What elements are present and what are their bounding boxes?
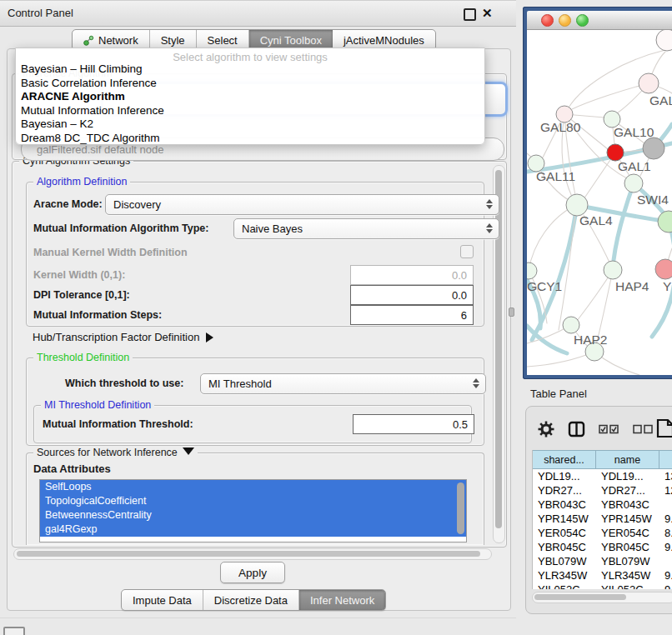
kernel-width-input[interactable]: 0.0 <box>350 265 474 285</box>
tab-infer-network[interactable]: Infer Network <box>299 590 385 610</box>
cyni-algorithm-settings-group: Cyni Algorithm Settings Algorithm Defini… <box>12 161 507 548</box>
algorithm-option[interactable]: Dream8 DC_TDC Algorithm <box>21 132 160 144</box>
zoom-traffic-light-icon[interactable] <box>576 14 589 27</box>
algorithm-option[interactable]: Bayesian – K2 <box>21 118 93 130</box>
table-panel: shared...nameA YDL19...YDL19...13YDR27..… <box>525 406 672 614</box>
table-cell: 12 <box>659 483 672 498</box>
column-header-shared[interactable]: shared... <box>533 450 596 469</box>
mi-threshold-value: 0.5 <box>453 418 468 431</box>
table-cell: YBR043C <box>596 498 659 512</box>
node-label-hap4: HAP4 <box>615 279 649 293</box>
table-cell: YDL19... <box>533 469 596 483</box>
apply-button[interactable]: Apply <box>220 562 285 583</box>
aracne-mode-label: Aracne Mode: <box>33 198 103 210</box>
close-traffic-light-icon[interactable] <box>541 14 554 27</box>
table-cell: YBL079W <box>596 554 659 568</box>
table-row[interactable]: YDR27...YDR27...12 <box>533 483 672 498</box>
select-all-checkboxes-icon[interactable] <box>599 424 619 437</box>
table-cell: YPR145W <box>533 512 596 526</box>
manual-kernel-checkbox[interactable] <box>460 245 474 258</box>
tab-impute-data[interactable]: Impute Data <box>122 590 203 610</box>
stepper-icon <box>472 378 479 389</box>
data-attributes-list[interactable]: SelfLoopsTopologicalCoefficientBetweenne… <box>39 479 467 542</box>
close-icon[interactable]: ✕ <box>482 6 493 21</box>
manual-kernel-label: Manual Kernel Width Definition <box>33 247 188 258</box>
node-label-gal80: GAL80 <box>540 120 581 134</box>
mi-threshold-group: MI Threshold Definition Mutual Informati… <box>33 405 472 443</box>
panel-splitter-handle[interactable] <box>509 308 514 317</box>
column-header-a[interactable]: A <box>659 450 672 469</box>
float-panel-icon[interactable] <box>464 8 476 21</box>
new-table-icon[interactable] <box>656 418 672 441</box>
network-node-swi4[interactable] <box>624 174 643 192</box>
data-attributes-label: Data Attributes <box>33 462 111 475</box>
algorithm-popup-placeholder: Select algorithm to view settings <box>16 51 484 63</box>
table-row[interactable]: YLR345WYLR345W9. <box>533 568 672 582</box>
table-row[interactable]: YPR145WYPR145W9. <box>533 512 672 526</box>
deselect-all-checkboxes-icon[interactable] <box>633 424 654 437</box>
attribute-item[interactable]: TopologicalCoefficient <box>40 494 466 508</box>
algorithm-option[interactable]: Mutual Information Inference <box>21 104 164 117</box>
cyni-mode-tabbar: Impute DataDiscretize DataInfer Network <box>121 589 386 611</box>
dpi-tolerance-input[interactable]: 0.0 <box>350 285 474 305</box>
table-row[interactable]: YIL052CYIL052C9. <box>533 582 672 589</box>
network-edge-thin <box>527 352 594 367</box>
settings-hscrollbar-thumb[interactable] <box>17 551 480 557</box>
divider <box>0 618 516 618</box>
columns-icon[interactable] <box>568 421 585 440</box>
kernel-width-value: 0.0 <box>452 269 467 282</box>
stepper-icon <box>485 222 493 234</box>
attribute-item[interactable]: SelfLoops <box>40 480 466 494</box>
sources-label-text: Sources for Network Inference <box>37 447 178 458</box>
network-node[interactable] <box>656 30 672 51</box>
network-node-hap2[interactable] <box>563 317 579 333</box>
attribute-item[interactable]: BetweennessCentrality <box>40 508 466 522</box>
network-canvas[interactable]: GALGAL80GAL10GAL1GAL11SWI4GAL4GCY1HAP4YH… <box>527 30 672 375</box>
network-node-gcy1[interactable] <box>527 262 537 279</box>
node-label-hap2: HAP2 <box>574 332 608 347</box>
tab-discretize-data[interactable]: Discretize Data <box>203 590 299 610</box>
mi-steps-input[interactable]: 6 <box>350 305 474 325</box>
network-node-hap4[interactable] <box>604 261 622 279</box>
minimize-traffic-light-icon[interactable] <box>559 14 571 27</box>
mi-type-select[interactable]: Naive Bayes <box>233 218 499 239</box>
tab-label: Style <box>161 34 185 47</box>
network-node-y[interactable] <box>655 259 672 279</box>
table-row[interactable]: YDL19...YDL19...13 <box>533 469 672 483</box>
column-header-name[interactable]: name <box>596 450 659 469</box>
aracne-mode-select[interactable]: Discovery <box>105 194 499 215</box>
hub-definition-label: Hub/Transcription Factor Definition <box>33 331 199 343</box>
attr-list-scrollbar-thumb[interactable] <box>457 482 464 534</box>
threshold-definition-group: Threshold Definition Which threshold to … <box>26 358 484 446</box>
table-toolbar <box>538 420 654 440</box>
algorithm-option[interactable]: Basic Correlation Inference <box>21 77 157 89</box>
network-edge-thick <box>614 183 634 260</box>
algorithm-option[interactable]: ARACNE Algorithm <box>21 90 125 102</box>
table-hscrollbar[interactable] <box>532 592 672 603</box>
settings-hscrollbar[interactable] <box>13 548 492 560</box>
node-label-gal10: GAL10 <box>614 125 654 139</box>
which-threshold-select[interactable]: MI Threshold <box>200 373 486 394</box>
attribute-item[interactable]: gal4RGexp <box>40 522 466 537</box>
table-row[interactable]: YER054CYER054C8. <box>533 526 672 540</box>
table-header-row: shared...nameA <box>533 450 672 469</box>
network-node-gal[interactable] <box>639 73 659 93</box>
network-node[interactable] <box>658 211 672 232</box>
table-hscrollbar-thumb[interactable] <box>534 594 626 600</box>
table-row[interactable]: YBR043CYBR043C <box>533 498 672 512</box>
table-cell <box>659 498 672 512</box>
mi-threshold-input[interactable]: 0.5 <box>353 414 474 434</box>
algorithm-option[interactable]: Bayesian – Hill Climbing <box>21 62 143 75</box>
network-node[interactable] <box>643 138 664 159</box>
table-cell: YBR043C <box>533 498 596 512</box>
chevron-down-icon <box>183 448 194 455</box>
hub-definition-toggle[interactable]: Hub/Transcription Factor Definition <box>33 331 213 343</box>
sources-group-label[interactable]: Sources for Network Inference <box>33 447 198 458</box>
network-node-gal1[interactable] <box>607 144 624 161</box>
gear-icon[interactable] <box>538 421 554 440</box>
network-graph: GALGAL80GAL10GAL1GAL11SWI4GAL4GCY1HAP4YH… <box>527 30 672 375</box>
table-row[interactable]: YBR045CYBR045C9. <box>533 540 672 554</box>
table-row[interactable]: YBL079WYBL079W <box>533 554 672 568</box>
minimized-panel-icon[interactable] <box>3 627 25 635</box>
table-cell: 9. <box>659 568 672 582</box>
